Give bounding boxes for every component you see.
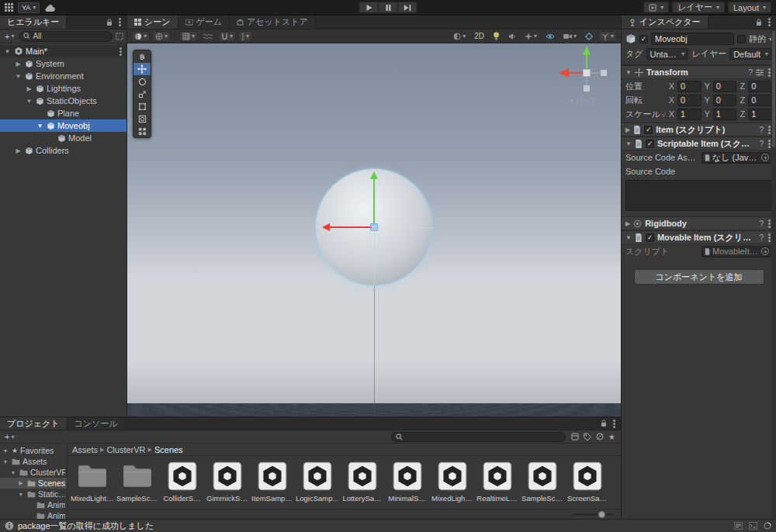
add-component-button[interactable]: コンポーネントを追加	[634, 269, 764, 285]
tab-project[interactable]: プロジェクト	[0, 417, 68, 430]
x-axis-handle[interactable]	[329, 226, 372, 228]
shading-mode-dropdown[interactable]: ▾	[131, 31, 150, 42]
tab-hierarchy[interactable]: ヒエラルキー	[0, 16, 67, 29]
rigidbody-component-header[interactable]: ▶ Rigidbody ?	[622, 216, 776, 230]
transform-component-header[interactable]: ▼ Transform ?	[622, 65, 776, 79]
asset-item-scene[interactable]: GimmickS…	[205, 458, 249, 509]
toggle-2d-button[interactable]: 2D	[471, 31, 487, 42]
component-menu-icon[interactable]	[768, 129, 771, 131]
panel-menu-icon[interactable]	[119, 21, 121, 23]
expand-arrow[interactable]: ▼	[3, 48, 12, 55]
tree-item-anim-1[interactable]: Anim…	[0, 499, 67, 510]
hierarchy-item-environment[interactable]: ▼ Environment	[0, 70, 126, 82]
position-y-field[interactable]: 0	[713, 81, 737, 92]
inspector-scrollbar[interactable]	[771, 29, 776, 519]
breadcrumb-clustervr[interactable]: ClusterVR	[106, 445, 145, 454]
scale-link-icon[interactable]	[662, 111, 666, 117]
tree-item-clustervr[interactable]: ▼ ClusterVR	[0, 467, 67, 478]
scene-audio-toggle[interactable]	[505, 31, 519, 42]
layer-dropdown[interactable]: Default ▾	[729, 48, 772, 60]
source-code-textarea[interactable]	[625, 180, 772, 211]
tab-inspector[interactable]: インスペクター	[622, 16, 708, 29]
gizmos-dropdown[interactable]: ▾	[598, 31, 617, 42]
asset-item-scene[interactable]: ScreenSa…	[565, 458, 609, 509]
preset-icon[interactable]	[756, 69, 764, 76]
component-menu-icon[interactable]	[768, 143, 771, 145]
layout-dropdown[interactable]: Layout ▾	[728, 2, 771, 13]
scale-y-field[interactable]: 1	[713, 109, 737, 120]
tree-item-scenes[interactable]: ▶ Scenes	[0, 478, 67, 489]
panel-menu-icon[interactable]	[768, 21, 771, 23]
effects-dropdown[interactable]: ▾	[521, 31, 540, 42]
breadcrumb-assets[interactable]: Assets	[72, 445, 98, 454]
services-button[interactable]: ▾	[643, 2, 669, 13]
source-code-asset-field[interactable]: なし (Java Script)	[702, 152, 772, 164]
component-enabled-checkbox[interactable]: ✓	[644, 126, 653, 134]
tree-item-assets[interactable]: ▼ Assets	[0, 456, 67, 467]
scale-x-field[interactable]: 1	[677, 109, 702, 120]
component-enabled-checkbox[interactable]: ✓	[646, 233, 654, 242]
expand-arrow[interactable]: ▶	[14, 147, 23, 154]
save-search-star-icon[interactable]: ★	[608, 433, 615, 441]
rotation-y-field[interactable]: 0	[713, 95, 737, 106]
hierarchy-item-model[interactable]: Model	[0, 132, 126, 144]
expand-arrow[interactable]: ▼	[9, 470, 17, 475]
hierarchy-item-main[interactable]: ▼ Main*	[0, 45, 126, 57]
expand-arrow[interactable]: ▶	[625, 220, 630, 227]
expand-arrow[interactable]: ▶	[17, 480, 25, 486]
expand-arrow[interactable]: ▼	[2, 459, 9, 465]
grid-visibility-dropdown[interactable]: ▾	[179, 31, 198, 42]
expand-arrow[interactable]: ▶	[14, 60, 23, 67]
object-picker-icon[interactable]	[761, 247, 769, 255]
progress-spinner-icon[interactable]	[764, 522, 771, 530]
component-menu-icon[interactable]	[768, 71, 771, 74]
asset-item-scene[interactable]: LotterySa…	[340, 458, 384, 509]
snap-magnet-dropdown[interactable]: ▾	[218, 31, 236, 42]
expand-arrow[interactable]: ▼	[14, 73, 23, 80]
hierarchy-item-colliders[interactable]: ▶ Colliders	[0, 144, 126, 157]
expand-arrow[interactable]: ▼	[36, 123, 44, 130]
rotation-z-field[interactable]: 0	[748, 95, 772, 106]
wave-snap-icon[interactable]	[200, 31, 216, 42]
asset-item-folder[interactable]: SampleSc…	[115, 458, 159, 509]
draw-mode-dropdown[interactable]: ▾	[152, 31, 171, 42]
asset-item-folder[interactable]: MixedLight…	[70, 458, 114, 509]
help-icon[interactable]: ?	[759, 126, 764, 134]
scriptable-item-component-header[interactable]: ▼ ✓ Scriptable Item (スクリプト) ?	[622, 136, 776, 150]
movable-item-component-header[interactable]: ▼ ✓ Movable Item (スクリプト) ?	[622, 230, 776, 244]
pivot-dropdown[interactable]: ▾	[238, 31, 252, 42]
asset-item-scene[interactable]: RealtimeL…	[475, 458, 519, 509]
component-icons-toggle[interactable]	[582, 31, 596, 42]
active-checkbox[interactable]: ✓	[639, 35, 648, 43]
pause-button[interactable]	[379, 2, 398, 13]
position-z-field[interactable]: 0	[748, 81, 772, 92]
x-axis-arrowhead[interactable]	[322, 223, 330, 231]
rotate-tool[interactable]	[133, 75, 151, 88]
scene-menu-icon[interactable]	[120, 50, 122, 53]
expand-arrow[interactable]: ▼	[17, 492, 25, 497]
scene-picker-icon[interactable]	[116, 33, 123, 40]
scene-viewport[interactable]: ◄ Front	[127, 43, 621, 416]
play-button[interactable]	[359, 2, 379, 13]
transform-tool[interactable]	[133, 112, 151, 125]
breadcrumb-scenes[interactable]: Scenes	[154, 445, 183, 454]
scale-z-field[interactable]: 1	[748, 109, 772, 120]
lock-icon[interactable]	[106, 19, 113, 26]
lock-icon[interactable]	[601, 420, 607, 427]
tab-console[interactable]: コンソール	[68, 417, 126, 430]
component-menu-icon[interactable]	[768, 237, 771, 239]
hierarchy-item-system[interactable]: ▶ System	[0, 57, 126, 70]
account-button[interactable]: YA ▾	[18, 2, 40, 13]
script-field[interactable]: MovableItem	[702, 246, 772, 257]
create-object-button[interactable]: + ▾	[3, 32, 16, 41]
hierarchy-item-staticobjects[interactable]: ▼ StaticObjects	[0, 95, 126, 107]
asset-item-scene[interactable]: LogicSamp…	[295, 458, 339, 509]
search-by-type-icon[interactable]	[571, 433, 579, 440]
expand-arrow[interactable]: ▼	[625, 69, 632, 76]
tree-item-static[interactable]: ▼ Static…	[0, 489, 67, 499]
tag-dropdown[interactable]: Untagged ▾	[646, 48, 689, 60]
position-x-field[interactable]: 0	[677, 81, 702, 92]
tree-item-anim-2[interactable]: Anim…	[0, 510, 67, 519]
hierarchy-item-lightings[interactable]: ▶ Lightings	[0, 82, 126, 95]
scale-tool[interactable]	[133, 88, 151, 100]
